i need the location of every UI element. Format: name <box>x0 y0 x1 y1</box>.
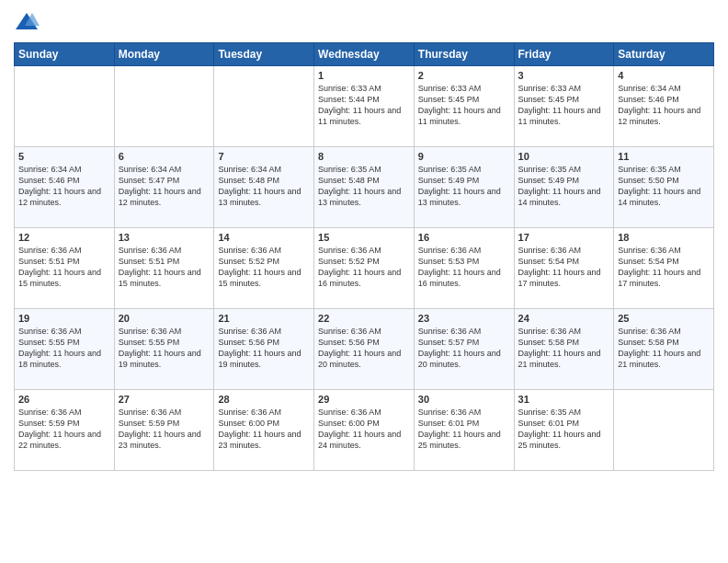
calendar-cell: 22Sunrise: 6:36 AMSunset: 5:56 PMDayligh… <box>314 309 415 390</box>
cell-content: Sunrise: 6:36 AMSunset: 5:58 PMDaylight:… <box>518 326 610 371</box>
cell-line: Daylight: 11 hours and 17 minutes. <box>518 267 610 289</box>
day-number: 1 <box>318 70 410 81</box>
calendar-cell: 21Sunrise: 6:36 AMSunset: 5:56 PMDayligh… <box>214 309 314 390</box>
cell-line: Daylight: 11 hours and 25 minutes. <box>518 429 610 451</box>
day-number: 16 <box>418 232 510 243</box>
day-number: 3 <box>518 70 610 81</box>
cell-line: Sunset: 5:58 PM <box>518 337 610 348</box>
cell-content: Sunrise: 6:35 AMSunset: 5:48 PMDaylight:… <box>318 164 410 209</box>
day-number: 29 <box>318 394 410 405</box>
day-number: 8 <box>318 151 410 162</box>
day-number: 10 <box>518 151 610 162</box>
calendar-cell: 5Sunrise: 6:34 AMSunset: 5:46 PMDaylight… <box>15 147 115 228</box>
calendar-cell: 2Sunrise: 6:33 AMSunset: 5:45 PMDaylight… <box>414 66 514 147</box>
calendar-cell <box>214 66 314 147</box>
cell-line: Sunset: 5:48 PM <box>218 175 310 186</box>
cell-line: Sunrise: 6:36 AM <box>318 407 410 418</box>
cell-content: Sunrise: 6:35 AMSunset: 5:50 PMDaylight:… <box>618 164 710 209</box>
cell-line: Sunset: 5:48 PM <box>318 175 410 186</box>
day-number: 24 <box>518 313 610 324</box>
cell-line: Sunset: 5:46 PM <box>618 94 710 105</box>
cell-line: Sunset: 5:46 PM <box>18 175 110 186</box>
cell-line: Sunrise: 6:36 AM <box>18 326 110 337</box>
cell-line: Sunrise: 6:33 AM <box>518 83 610 94</box>
page: SundayMondayTuesdayWednesdayThursdayFrid… <box>0 0 728 563</box>
cell-content: Sunrise: 6:36 AMSunset: 5:56 PMDaylight:… <box>318 326 410 371</box>
cell-line: Sunrise: 6:36 AM <box>18 407 110 418</box>
cell-line: Sunset: 5:58 PM <box>618 337 710 348</box>
day-number: 6 <box>119 151 210 162</box>
cell-line: Daylight: 11 hours and 22 minutes. <box>18 429 110 451</box>
cell-content: Sunrise: 6:36 AMSunset: 5:51 PMDaylight:… <box>18 245 110 290</box>
cell-line: Sunset: 5:59 PM <box>18 418 110 429</box>
calendar-cell: 3Sunrise: 6:33 AMSunset: 5:45 PMDaylight… <box>514 66 614 147</box>
logo-icon <box>14 9 40 35</box>
calendar-cell: 14Sunrise: 6:36 AMSunset: 5:52 PMDayligh… <box>214 228 314 309</box>
cell-line: Sunrise: 6:36 AM <box>418 245 510 256</box>
cell-content: Sunrise: 6:36 AMSunset: 5:57 PMDaylight:… <box>418 326 510 371</box>
day-number: 28 <box>218 394 310 405</box>
calendar-header-row: SundayMondayTuesdayWednesdayThursdayFrid… <box>15 43 714 66</box>
cell-line: Sunset: 5:49 PM <box>518 175 610 186</box>
cell-line: Sunrise: 6:33 AM <box>418 83 510 94</box>
cell-line: Daylight: 11 hours and 13 minutes. <box>218 186 310 208</box>
cell-line: Sunrise: 6:33 AM <box>318 83 410 94</box>
calendar-cell: 8Sunrise: 6:35 AMSunset: 5:48 PMDaylight… <box>314 147 415 228</box>
cell-content: Sunrise: 6:34 AMSunset: 5:47 PMDaylight:… <box>119 164 210 209</box>
cell-line: Sunset: 5:53 PM <box>418 256 510 267</box>
day-number: 31 <box>518 394 610 405</box>
calendar-header-friday: Friday <box>514 43 614 66</box>
cell-line: Sunset: 5:52 PM <box>318 256 410 267</box>
logo <box>14 9 43 35</box>
cell-line: Sunset: 5:54 PM <box>518 256 610 267</box>
cell-content: Sunrise: 6:35 AMSunset: 5:49 PMDaylight:… <box>518 164 610 209</box>
cell-line: Daylight: 11 hours and 18 minutes. <box>18 348 110 370</box>
cell-line: Sunset: 5:56 PM <box>218 337 310 348</box>
day-number: 17 <box>518 232 610 243</box>
cell-line: Sunrise: 6:34 AM <box>18 164 110 175</box>
cell-line: Sunset: 6:01 PM <box>518 418 610 429</box>
cell-line: Sunrise: 6:35 AM <box>618 164 710 175</box>
cell-line: Daylight: 11 hours and 19 minutes. <box>119 348 210 370</box>
calendar-header-thursday: Thursday <box>414 43 514 66</box>
calendar-cell: 26Sunrise: 6:36 AMSunset: 5:59 PMDayligh… <box>15 390 115 471</box>
cell-line: Sunrise: 6:34 AM <box>218 164 310 175</box>
cell-content: Sunrise: 6:36 AMSunset: 6:00 PMDaylight:… <box>218 407 310 452</box>
calendar-cell: 16Sunrise: 6:36 AMSunset: 5:53 PMDayligh… <box>414 228 514 309</box>
day-number: 27 <box>119 394 210 405</box>
header <box>14 9 714 35</box>
day-number: 13 <box>119 232 210 243</box>
cell-line: Sunrise: 6:35 AM <box>518 164 610 175</box>
calendar-cell: 9Sunrise: 6:35 AMSunset: 5:49 PMDaylight… <box>414 147 514 228</box>
cell-line: Daylight: 11 hours and 13 minutes. <box>418 186 510 208</box>
calendar-cell: 12Sunrise: 6:36 AMSunset: 5:51 PMDayligh… <box>15 228 115 309</box>
cell-line: Daylight: 11 hours and 14 minutes. <box>518 186 610 208</box>
cell-line: Sunset: 5:52 PM <box>218 256 310 267</box>
day-number: 25 <box>618 313 710 324</box>
calendar-cell: 28Sunrise: 6:36 AMSunset: 6:00 PMDayligh… <box>214 390 314 471</box>
cell-line: Daylight: 11 hours and 13 minutes. <box>318 186 410 208</box>
cell-content: Sunrise: 6:36 AMSunset: 5:58 PMDaylight:… <box>618 326 710 371</box>
calendar-week-row: 12Sunrise: 6:36 AMSunset: 5:51 PMDayligh… <box>15 228 714 309</box>
cell-line: Sunrise: 6:36 AM <box>618 245 710 256</box>
cell-line: Daylight: 11 hours and 12 minutes. <box>618 105 710 127</box>
calendar-cell: 30Sunrise: 6:36 AMSunset: 6:01 PMDayligh… <box>414 390 514 471</box>
calendar-header-wednesday: Wednesday <box>314 43 415 66</box>
calendar-cell: 6Sunrise: 6:34 AMSunset: 5:47 PMDaylight… <box>114 147 214 228</box>
cell-line: Sunrise: 6:36 AM <box>18 245 110 256</box>
cell-line: Sunset: 5:55 PM <box>119 337 210 348</box>
cell-line: Sunrise: 6:35 AM <box>418 164 510 175</box>
cell-line: Sunrise: 6:36 AM <box>119 326 210 337</box>
calendar-week-row: 19Sunrise: 6:36 AMSunset: 5:55 PMDayligh… <box>15 309 714 390</box>
calendar-cell: 24Sunrise: 6:36 AMSunset: 5:58 PMDayligh… <box>514 309 614 390</box>
cell-line: Daylight: 11 hours and 21 minutes. <box>518 348 610 370</box>
calendar-cell: 10Sunrise: 6:35 AMSunset: 5:49 PMDayligh… <box>514 147 614 228</box>
cell-line: Daylight: 11 hours and 21 minutes. <box>618 348 710 370</box>
calendar-cell: 7Sunrise: 6:34 AMSunset: 5:48 PMDaylight… <box>214 147 314 228</box>
cell-content: Sunrise: 6:33 AMSunset: 5:45 PMDaylight:… <box>418 83 510 128</box>
calendar-cell: 11Sunrise: 6:35 AMSunset: 5:50 PMDayligh… <box>614 147 714 228</box>
cell-line: Daylight: 11 hours and 15 minutes. <box>119 267 210 289</box>
cell-content: Sunrise: 6:36 AMSunset: 6:00 PMDaylight:… <box>318 407 410 452</box>
calendar-cell: 27Sunrise: 6:36 AMSunset: 5:59 PMDayligh… <box>114 390 214 471</box>
calendar-cell <box>614 390 714 471</box>
